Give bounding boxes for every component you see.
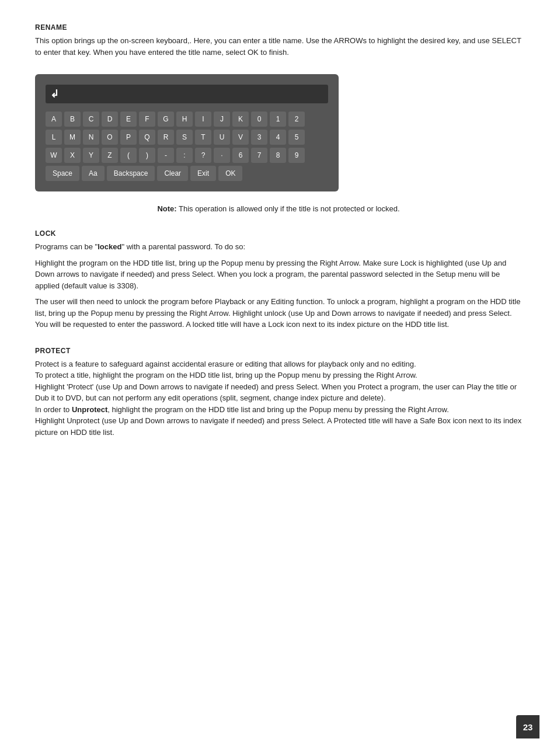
key-space[interactable]: Space [46, 166, 79, 181]
key-P[interactable]: P [120, 130, 137, 145]
key-0[interactable]: 0 [251, 112, 267, 127]
note-text: Note: This operation is allowed only if … [35, 204, 522, 213]
rename-section: RENAME This option brings up the on-scre… [35, 23, 522, 58]
key-E[interactable]: E [120, 112, 137, 127]
key-S[interactable]: S [176, 130, 193, 145]
key-Y[interactable]: Y [83, 148, 99, 163]
lock-section: LOCK Programs can be "locked" with a par… [35, 229, 522, 330]
key-K[interactable]: K [232, 112, 249, 127]
key-U[interactable]: U [214, 130, 230, 145]
lock-p3: The user will then need to unlock the pr… [35, 296, 522, 330]
protect-p3: Highlight 'Protect' (use Up and Down arr… [35, 381, 522, 404]
lock-title: LOCK [35, 229, 522, 238]
key-backspace[interactable]: Backspace [107, 166, 155, 181]
key-A[interactable]: A [46, 112, 62, 127]
key-5[interactable]: 5 [288, 130, 305, 145]
key-close-paren[interactable]: ) [139, 148, 155, 163]
keyboard-cursor: ↲ [50, 89, 59, 99]
key-9[interactable]: 9 [288, 148, 305, 163]
key-aa[interactable]: Aa [82, 166, 105, 181]
key-M[interactable]: M [64, 130, 81, 145]
rename-title: RENAME [35, 23, 522, 32]
key-J[interactable]: J [214, 112, 230, 127]
key-T[interactable]: T [195, 130, 211, 145]
protect-p4-pre: In order to [35, 405, 72, 414]
key-exit[interactable]: Exit [190, 166, 216, 181]
protect-p1: Protect is a feature to safeguard agains… [35, 358, 522, 370]
protect-section: PROTECT Protect is a feature to safeguar… [35, 347, 522, 438]
key-I[interactable]: I [195, 112, 211, 127]
key-F[interactable]: F [139, 112, 155, 127]
rename-description: This option brings up the on-screen keyb… [35, 35, 522, 58]
key-1[interactable]: 1 [270, 112, 286, 127]
keyboard-row-2: L M N O P Q R S T U V 3 4 5 [46, 130, 328, 145]
key-4[interactable]: 4 [270, 130, 286, 145]
keyboard-row-1: A B C D E F G H I J K 0 1 2 [46, 112, 328, 127]
key-Z[interactable]: Z [102, 148, 118, 163]
key-clear[interactable]: Clear [157, 166, 188, 181]
key-B[interactable]: B [64, 112, 81, 127]
on-screen-keyboard: ↲ A B C D E F G H I J K 0 1 2 L M N O P … [35, 74, 339, 191]
key-C[interactable]: C [83, 112, 99, 127]
key-X[interactable]: X [64, 148, 81, 163]
protect-p4-mid: , highlight the program on the HDD title… [107, 405, 449, 414]
protect-p5: Highlight Unprotect (use Up and Down arr… [35, 415, 522, 438]
key-V[interactable]: V [232, 130, 249, 145]
key-8[interactable]: 8 [270, 148, 286, 163]
key-W[interactable]: W [46, 148, 62, 163]
key-L[interactable]: L [46, 130, 62, 145]
key-2[interactable]: 2 [288, 112, 305, 127]
protect-p4-bold: Unprotect [72, 405, 107, 414]
key-dot[interactable]: · [214, 148, 230, 163]
key-H[interactable]: H [176, 112, 193, 127]
protect-p4: In order to Unprotect, highlight the pro… [35, 404, 522, 416]
keyboard-row-4: Space Aa Backspace Clear Exit OK [46, 166, 328, 181]
lock-p2: Highlight the program on the HDD title l… [35, 257, 522, 292]
key-O[interactable]: O [102, 130, 118, 145]
note-body: This operation is allowed only if the ti… [177, 204, 400, 213]
page-number: 23 [516, 715, 539, 738]
note-bold: Note: [157, 204, 176, 213]
key-Q[interactable]: Q [139, 130, 155, 145]
key-N[interactable]: N [83, 130, 99, 145]
key-6[interactable]: 6 [232, 148, 249, 163]
key-question[interactable]: ? [195, 148, 211, 163]
key-7[interactable]: 7 [251, 148, 267, 163]
key-D[interactable]: D [102, 112, 118, 127]
key-colon[interactable]: : [176, 148, 193, 163]
keyboard-rows: A B C D E F G H I J K 0 1 2 L M N O P Q … [46, 112, 328, 181]
keyboard-screen: ↲ [46, 85, 328, 103]
key-dash[interactable]: - [158, 148, 174, 163]
key-R[interactable]: R [158, 130, 174, 145]
key-3[interactable]: 3 [251, 130, 267, 145]
lock-p1: Programs can be "locked" with a parental… [35, 241, 522, 253]
keyboard-row-3: W X Y Z ( ) - : ? · 6 7 8 9 [46, 148, 328, 163]
protect-title: PROTECT [35, 347, 522, 355]
protect-p2: To protect a title, highlight the progra… [35, 370, 522, 381]
key-open-paren[interactable]: ( [120, 148, 137, 163]
key-G[interactable]: G [158, 112, 174, 127]
key-ok[interactable]: OK [218, 166, 242, 181]
